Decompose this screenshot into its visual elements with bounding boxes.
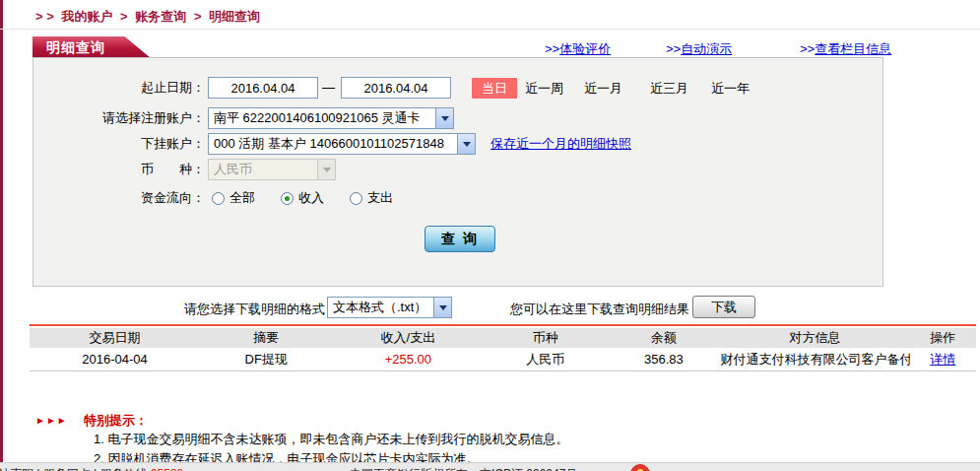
footer-links-text[interactable]: 网站声明 | 服务网点 | 服务热线 [0, 467, 148, 471]
register-account-label: 请选择注册账户： [33, 107, 205, 129]
register-account-select[interactable]: 南平 6222001406100921065 灵通卡 [208, 107, 454, 129]
cell-date: 2016-04-04 [30, 348, 200, 370]
currency-select-disabled: 人民币 [208, 159, 336, 180]
cell-balance: 356.83 [607, 348, 720, 370]
quick-range-week[interactable]: 近一周 [525, 78, 563, 99]
radio-label: 全部 [229, 189, 255, 207]
radio-label: 支出 [367, 189, 393, 207]
breadcrumb: > > 我的账户 > 账务查询 > 明细查询 [35, 8, 264, 26]
download-format-value: 文本格式（.txt） [328, 298, 433, 317]
download-format-label: 请您选择下载明细的格式 [184, 299, 325, 320]
radio-icon[interactable] [212, 192, 225, 205]
query-form-panel: 起止日期： — 当日 近一周 近一月 近三月 近一年 请选择注册账户： 南平 6… [33, 57, 883, 287]
link-label: 自动演示 [681, 41, 732, 56]
radio-icon[interactable] [281, 192, 294, 205]
radio-label: 收入 [298, 189, 324, 207]
date-range-label: 起止日期： [33, 77, 205, 99]
cell-summary: DF提现 [200, 348, 333, 370]
radio-option-all[interactable]: 全部 [212, 189, 255, 207]
sub-account-label: 下挂账户： [33, 133, 205, 155]
col-header-summary: 摘要 [200, 328, 333, 348]
breadcrumb-separator: > [120, 9, 128, 24]
cell-amount: +255.00 [333, 348, 485, 370]
tab-detail-query[interactable]: 明细查询 [33, 36, 151, 58]
flow-direction-label: 资金流向： [33, 187, 205, 209]
breadcrumb-item-account-query[interactable]: 账务查询 [135, 9, 186, 24]
currency-label: 币 种： [33, 159, 205, 180]
radio-icon[interactable] [350, 192, 362, 205]
notice-item: 1. 电子现金交易明细不含未达账项，即未包含商户还未上传到我行的脱机交易信息。 [94, 431, 568, 448]
register-account-value: 南平 6222001406100921065 灵通卡 [209, 108, 435, 128]
link-label: 查看栏目信息 [815, 41, 891, 56]
quick-range-today-badge[interactable]: 当日 [472, 78, 517, 99]
sub-account-value: 000 活期 基本户 1406600101102571848 [209, 134, 457, 154]
chevron-down-icon[interactable] [457, 134, 475, 154]
link-label: 体验评价 [559, 41, 611, 56]
emblem-icon [630, 464, 650, 471]
footer-copyright: 中国工商银行版权所有，京ICP证 030247号 [350, 466, 577, 471]
radio-option-expense[interactable]: 支出 [350, 189, 393, 207]
link-experience-rating[interactable]: >>体验评价 [545, 40, 611, 58]
cell-counterparty: 财付通支付科技有限公司客户备付金 [720, 348, 909, 370]
detail-link[interactable]: 详情 [930, 352, 955, 367]
flow-direction-radio-group: 全部 收入 支出 [212, 187, 419, 209]
table-row: 2016-04-04 DF提现 +255.00 人民币 356.83 财付通支付… [30, 348, 976, 371]
col-header-date: 交易日期 [30, 328, 200, 348]
save-snapshot-link[interactable]: 保存近一个月的明细快照 [490, 133, 631, 155]
quick-range-year[interactable]: 近一年 [711, 78, 750, 99]
header-divider [0, 29, 980, 30]
link-arrow-prefix: >> [666, 41, 681, 56]
currency-value: 人民币 [209, 160, 317, 179]
footer-hotline: 95588 [151, 467, 183, 471]
download-result-hint: 您可以在这里下载查询明细结果 [510, 299, 689, 320]
col-header-counterparty: 对方信息 [720, 328, 909, 348]
chevron-down-icon[interactable] [433, 298, 451, 317]
breadcrumb-item-detail-query[interactable]: 明细查询 [209, 9, 260, 24]
link-arrow-prefix: >> [545, 41, 559, 56]
quick-range-3months[interactable]: 近三月 [650, 78, 688, 99]
chevron-down-icon [317, 160, 335, 179]
page-footer: 网站声明 | 服务网点 | 服务热线 95588 中国工商银行版权所有，京ICP… [0, 462, 980, 471]
date-to-input[interactable] [341, 77, 451, 99]
transactions-table: 交易日期 摘要 收入/支出 币种 余额 对方信息 操作 2016-04-04 D… [30, 328, 976, 371]
col-header-balance: 余额 [607, 328, 720, 348]
sub-account-select[interactable]: 000 活期 基本户 1406600101102571848 [208, 133, 476, 155]
cell-currency: 人民币 [484, 348, 607, 370]
breadcrumb-separator: > [194, 9, 202, 24]
col-header-amount: 收入/支出 [333, 328, 485, 348]
date-separator: — [322, 77, 335, 99]
table-header-row: 交易日期 摘要 收入/支出 币种 余额 对方信息 操作 [30, 328, 976, 348]
breadcrumb-prefix: > > [35, 9, 54, 24]
table-top-divider [30, 324, 976, 326]
download-format-select[interactable]: 文本格式（.txt） [327, 297, 452, 318]
date-from-input[interactable] [208, 77, 318, 99]
link-auto-demo[interactable]: >>自动演示 [666, 40, 732, 58]
download-button[interactable]: 下载 [692, 296, 755, 318]
breadcrumb-item-my-account[interactable]: 我的账户 [61, 9, 112, 24]
link-view-column-info[interactable]: >>查看栏目信息 [800, 40, 891, 58]
notice-title: 特别提示： [84, 412, 148, 430]
quick-range-month[interactable]: 近一月 [584, 78, 622, 99]
radio-option-income[interactable]: 收入 [281, 189, 324, 207]
query-button[interactable]: 查 询 [425, 226, 495, 252]
link-arrow-prefix: >> [800, 41, 815, 56]
left-edge-bar [0, 0, 3, 462]
col-header-currency: 币种 [484, 328, 607, 348]
col-header-action: 操作 [910, 328, 976, 348]
chevron-down-icon[interactable] [435, 108, 453, 128]
footer-links[interactable]: 网站声明 | 服务网点 | 服务热线 95588 [0, 466, 183, 471]
triple-arrow-icon: ►►► [35, 415, 68, 426]
